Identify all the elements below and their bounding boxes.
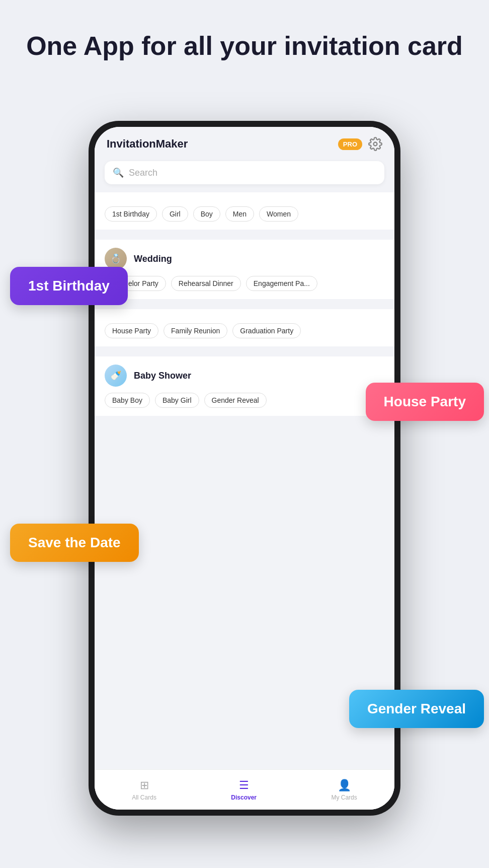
chip-graduation-party[interactable]: Graduation Party	[232, 323, 301, 338]
wedding-header: 💍 Wedding	[105, 248, 384, 270]
settings-icon[interactable]	[368, 137, 382, 151]
chip-baby-boy[interactable]: Baby Boy	[105, 393, 150, 408]
wedding-title: Wedding	[134, 254, 172, 264]
nav-discover-label: Discover	[231, 794, 257, 801]
app-title: InvitationMaker	[107, 137, 188, 151]
nav-discover[interactable]: ☰ Discover	[231, 779, 257, 801]
nav-my-cards[interactable]: 👤 My Cards	[331, 779, 357, 801]
chip-rehearsal-dinner[interactable]: Rehearsal Dinner	[171, 276, 241, 291]
divider-1	[95, 235, 394, 240]
bottom-nav: ⊞ All Cards ☰ Discover 👤 My Cards	[95, 769, 394, 810]
chip-men[interactable]: Men	[225, 206, 254, 222]
search-icon: 🔍	[113, 167, 124, 178]
chip-family-reunion[interactable]: Family Reunion	[164, 323, 227, 338]
chip-boy[interactable]: Boy	[193, 206, 220, 222]
nav-my-cards-label: My Cards	[331, 794, 357, 801]
hero-section: One App for all your invitation card	[0, 0, 489, 77]
baby-shower-section: 🍼 Baby Shower Baby Boy Baby Girl Gender …	[95, 356, 394, 416]
house-party-floating-label: House Party	[366, 383, 484, 421]
baby-shower-thumbnail: 🍼	[105, 365, 127, 387]
save-date-floating-label: Save the Date	[10, 524, 139, 562]
chip-engagement[interactable]: Engagement Pa...	[246, 276, 317, 291]
divider-2	[95, 304, 394, 309]
divider-3	[95, 351, 394, 356]
birthday-chips-row: 1st Birthday Girl Boy Men Women	[105, 206, 384, 222]
all-cards-icon: ⊞	[140, 779, 149, 792]
birthday-section: 1st Birthday Girl Boy Men Women	[95, 192, 394, 230]
nav-all-cards[interactable]: ⊞ All Cards	[132, 779, 156, 801]
chip-girl[interactable]: Girl	[162, 206, 188, 222]
chip-baby-girl[interactable]: Baby Girl	[155, 393, 199, 408]
header-right: PRO	[338, 137, 382, 151]
wedding-section: 💍 Wedding Bachelor Party Rehearsal Dinne…	[95, 240, 394, 299]
pro-badge[interactable]: PRO	[338, 138, 362, 150]
svg-point-0	[374, 142, 377, 146]
chip-women[interactable]: Women	[259, 206, 298, 222]
chip-gender-reveal[interactable]: Gender Reveal	[204, 393, 267, 408]
my-cards-icon: 👤	[338, 779, 351, 792]
birthday-floating-label: 1st Birthday	[10, 267, 128, 305]
search-bar[interactable]: 🔍 Search	[105, 161, 384, 184]
party-chips-row: House Party Family Reunion Graduation Pa…	[105, 323, 384, 338]
wedding-chips-row: Bachelor Party Rehearsal Dinner Engageme…	[105, 276, 384, 291]
party-section: House Party Family Reunion Graduation Pa…	[95, 309, 394, 346]
app-header: InvitationMaker PRO	[95, 127, 394, 157]
hero-title: One App for all your invitation card	[0, 30, 489, 61]
baby-shower-chips-row: Baby Boy Baby Girl Gender Reveal	[105, 393, 384, 408]
gender-reveal-floating-label: Gender Reveal	[349, 690, 484, 728]
baby-shower-title: Baby Shower	[134, 371, 191, 381]
chip-house-party[interactable]: House Party	[105, 323, 158, 338]
baby-shower-header: 🍼 Baby Shower	[105, 365, 384, 387]
discover-icon: ☰	[239, 779, 249, 792]
chip-1st-birthday[interactable]: 1st Birthday	[105, 206, 157, 222]
search-input[interactable]: Search	[129, 168, 157, 178]
nav-all-cards-label: All Cards	[132, 794, 156, 801]
